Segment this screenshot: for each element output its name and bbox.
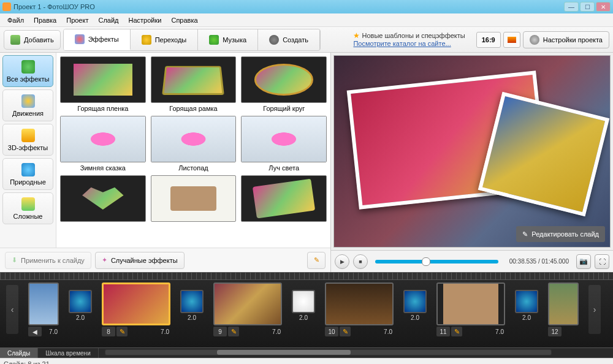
timeline-slide-selected[interactable]: 8✎7.0 [102,282,170,336]
play-button[interactable]: ▶ [335,254,349,269]
apply-label: Применить к слайду [21,257,85,264]
category-complex-label: Сложные [13,213,43,220]
preview-pane: ✎ Редактировать слайд ▶ ■ 00:38.535 / 01… [331,53,613,272]
effect-label: Горящая рамка [169,105,217,112]
slide-edit-icon[interactable]: ✎ [340,327,351,336]
timeline-slide[interactable]: 11✎7.0 [436,282,505,336]
background-icon [508,37,516,43]
timeline-body[interactable]: ‹ ◀7.0 2.0 8✎7.0 2.0 9✎7.0 2.0 10✎7.0 2.… [0,280,613,339]
brush-icon: ✎ [314,256,319,264]
effect-item[interactable] [151,175,237,224]
slide-edit-icon[interactable]: ✎ [116,327,128,336]
effect-label: Зимняя сказка [80,164,126,172]
slide-dur: 7.0 [352,328,394,335]
add-button[interactable]: Добавить [4,30,61,50]
fullscreen-icon: ⛶ [599,258,606,265]
background-button[interactable] [503,32,520,48]
effect-item[interactable]: Горящий круг [241,56,327,112]
category-sidebar: Все эффекты Движения 3D-эффекты Природны… [0,53,56,248]
fullscreen-button[interactable]: ⛶ [595,254,609,269]
tab-effects[interactable]: Эффекты [64,29,131,50]
timeline-transition[interactable]: 2.0 [403,290,427,329]
timeline-transition[interactable]: 2.0 [69,290,92,329]
effect-item[interactable]: Листопад [151,116,237,172]
timeline-transition[interactable]: 2.0 [180,290,204,329]
maximize-button[interactable]: ☐ [580,2,595,12]
snapshot-button[interactable]: 📷 [576,254,591,269]
aspect-ratio-button[interactable]: 16:9 [476,32,501,48]
edit-slide-button[interactable]: ✎ Редактировать слайд [516,226,605,242]
category-motion-label: Движения [12,110,44,117]
timeline-slide[interactable]: 12 [548,282,579,336]
tab-create[interactable]: Создать [258,29,320,50]
apply-effect-button[interactable]: ⬇ Применить к слайду [5,252,91,269]
timeline-ruler [0,273,613,280]
effect-item[interactable]: Горящая рамка [151,56,237,112]
timeline-slide[interactable]: 9✎7.0 [213,282,282,336]
effect-item[interactable]: Горящая пленка [60,56,146,112]
preview-canvas[interactable]: ✎ Редактировать слайд [333,55,611,248]
category-3d[interactable]: 3D-эффекты [2,124,53,156]
menu-slide[interactable]: Слайд [93,15,123,26]
transition-dur: 2.0 [76,314,85,321]
stop-button[interactable]: ■ [353,254,368,269]
slide-dur: 7.0 [240,328,282,335]
tab-music[interactable]: Музыка [198,29,258,50]
category-complex[interactable]: Сложные [2,192,53,224]
transition-dur: 2.0 [411,314,419,321]
slide-dur: 7.0 [129,328,170,335]
menu-settings[interactable]: Настройки [124,15,167,26]
slide-thumb [28,282,59,325]
timeline-next[interactable]: › [588,285,601,334]
tab-transitions[interactable]: Переходы [131,29,199,50]
slide-prev-icon[interactable]: ◀ [28,327,42,336]
status-text: Слайд: 8 из 21 [4,360,50,365]
add-label: Добавить [24,36,54,44]
slide-edit-icon[interactable]: ✎ [228,327,239,336]
bottom-tabs: Слайды Шкала времени [0,348,613,358]
timeline-prev[interactable]: ‹ [6,285,18,334]
category-nature[interactable]: Природные [2,158,53,190]
close-button[interactable]: ✕ [596,2,611,12]
slide-index: 12 [548,327,562,336]
star-icon [142,35,151,45]
scrollbar-thumb[interactable] [217,350,351,355]
timeline-scrollbar[interactable] [105,349,552,355]
timeline-slide[interactable]: ◀7.0 [28,282,59,336]
time-display: 00:38.535 / 01:45.000 [509,258,569,265]
tab-slides[interactable]: Слайды [0,348,38,358]
effect-item[interactable] [60,175,146,224]
timeline-transition[interactable]: 2.0 [292,290,315,329]
category-all[interactable]: Все эффекты [2,55,53,87]
menu-edit[interactable]: Правка [29,15,61,26]
star-promo-icon: ★ [353,31,360,40]
menu-help[interactable]: Справка [166,15,202,26]
promo-link[interactable]: Посмотрите каталог на сайте... [353,40,451,47]
effect-item[interactable]: Зимняя сказка [60,116,146,172]
pencil-icon: ✎ [522,230,528,238]
menu-project[interactable]: Проект [61,15,93,26]
category-motion[interactable]: Движения [2,89,53,121]
slide-index: 8 [102,327,115,336]
random-effects-button[interactable]: ✦ Случайные эффекты [95,252,185,269]
seek-slider[interactable] [375,260,498,264]
category-3d-label: 3D-эффекты [8,144,48,151]
effect-label: Луч света [268,164,299,172]
effects-grid[interactable]: Горящая пленка Горящая рамка Горящий кру… [56,53,330,248]
tab-timeline[interactable]: Шкала времени [38,348,98,358]
effect-item[interactable]: Луч света [241,116,327,172]
transition-thumb [69,290,92,313]
slide-edit-icon[interactable]: ✎ [451,327,462,336]
minimize-button[interactable]: — [564,2,579,12]
window-title: Проект 1 - ФотоШОУ PRO [13,3,563,10]
timeline-slide[interactable]: 10✎7.0 [325,282,394,336]
menu-file[interactable]: Файл [2,15,29,26]
brush-button[interactable]: ✎ [307,252,326,269]
tab-create-label: Создать [283,36,308,44]
wand-icon: ✦ [102,256,107,264]
snowflake-icon [21,163,35,176]
project-settings-button[interactable]: Настройки проекта [523,31,609,48]
transition-thumb [180,290,204,313]
timeline-transition[interactable]: 2.0 [515,290,538,329]
effect-item[interactable] [241,175,327,224]
